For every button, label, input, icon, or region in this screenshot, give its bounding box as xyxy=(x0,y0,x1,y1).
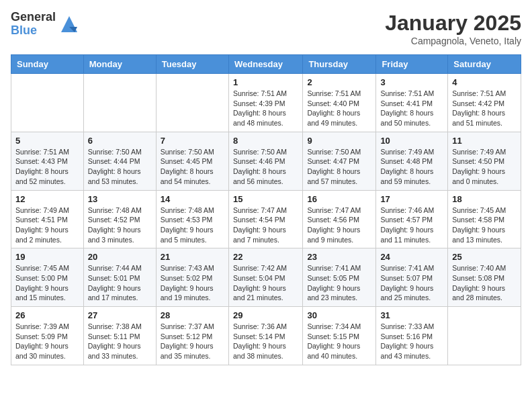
day-number: 17 xyxy=(380,194,443,204)
logo: General Blue xyxy=(11,11,80,38)
calendar-cell: 12Sunrise: 7:49 AM Sunset: 4:51 PM Dayli… xyxy=(11,190,84,248)
day-info: Sunrise: 7:41 AM Sunset: 5:07 PM Dayligh… xyxy=(380,263,443,303)
calendar-week-row: 26Sunrise: 7:39 AM Sunset: 5:09 PM Dayli… xyxy=(11,307,521,365)
day-info: Sunrise: 7:49 AM Sunset: 4:48 PM Dayligh… xyxy=(380,147,443,187)
calendar-cell xyxy=(448,307,521,365)
day-info: Sunrise: 7:45 AM Sunset: 4:58 PM Dayligh… xyxy=(452,205,517,245)
day-number: 27 xyxy=(88,310,152,320)
day-info: Sunrise: 7:41 AM Sunset: 5:05 PM Dayligh… xyxy=(307,263,371,303)
day-number: 29 xyxy=(233,310,298,320)
calendar-cell: 21Sunrise: 7:43 AM Sunset: 5:02 PM Dayli… xyxy=(156,248,228,307)
weekday-header-sunday: Sunday xyxy=(11,55,84,74)
day-info: Sunrise: 7:39 AM Sunset: 5:09 PM Dayligh… xyxy=(15,322,79,361)
calendar-cell: 18Sunrise: 7:45 AM Sunset: 4:58 PM Dayli… xyxy=(448,190,521,248)
day-info: Sunrise: 7:47 AM Sunset: 4:54 PM Dayligh… xyxy=(233,205,298,245)
logo-blue-text: Blue xyxy=(11,24,56,38)
day-number: 19 xyxy=(15,252,79,262)
calendar-cell: 5Sunrise: 7:51 AM Sunset: 4:43 PM Daylig… xyxy=(11,132,84,190)
calendar-cell xyxy=(83,74,156,132)
calendar-cell: 8Sunrise: 7:50 AM Sunset: 4:46 PM Daylig… xyxy=(228,132,302,190)
day-number: 18 xyxy=(452,194,517,204)
day-number: 23 xyxy=(307,252,371,262)
calendar-week-row: 1Sunrise: 7:51 AM Sunset: 4:39 PM Daylig… xyxy=(11,74,521,132)
day-info: Sunrise: 7:48 AM Sunset: 4:52 PM Dayligh… xyxy=(88,205,152,245)
day-info: Sunrise: 7:47 AM Sunset: 4:56 PM Dayligh… xyxy=(307,205,371,245)
calendar-cell: 26Sunrise: 7:39 AM Sunset: 5:09 PM Dayli… xyxy=(11,307,84,365)
day-number: 22 xyxy=(233,252,298,262)
calendar-cell: 30Sunrise: 7:34 AM Sunset: 5:15 PM Dayli… xyxy=(303,307,376,365)
calendar-cell: 31Sunrise: 7:33 AM Sunset: 5:16 PM Dayli… xyxy=(376,307,448,365)
day-number: 10 xyxy=(380,136,443,146)
calendar-table: SundayMondayTuesdayWednesdayThursdayFrid… xyxy=(11,54,521,365)
day-number: 8 xyxy=(233,136,298,146)
logo-general-text: General xyxy=(11,11,56,24)
day-info: Sunrise: 7:50 AM Sunset: 4:46 PM Dayligh… xyxy=(233,147,298,187)
day-info: Sunrise: 7:43 AM Sunset: 5:02 PM Dayligh… xyxy=(161,263,224,303)
weekday-header-thursday: Thursday xyxy=(303,55,376,74)
calendar-cell: 17Sunrise: 7:46 AM Sunset: 4:57 PM Dayli… xyxy=(376,190,448,248)
calendar-cell: 13Sunrise: 7:48 AM Sunset: 4:52 PM Dayli… xyxy=(83,190,156,248)
day-number: 12 xyxy=(15,194,79,204)
day-info: Sunrise: 7:50 AM Sunset: 4:47 PM Dayligh… xyxy=(307,147,371,187)
day-info: Sunrise: 7:51 AM Sunset: 4:41 PM Dayligh… xyxy=(380,89,443,128)
day-info: Sunrise: 7:36 AM Sunset: 5:14 PM Dayligh… xyxy=(233,322,298,361)
day-info: Sunrise: 7:37 AM Sunset: 5:12 PM Dayligh… xyxy=(161,322,224,361)
calendar-cell xyxy=(11,74,84,132)
day-info: Sunrise: 7:38 AM Sunset: 5:11 PM Dayligh… xyxy=(88,322,152,361)
day-info: Sunrise: 7:33 AM Sunset: 5:16 PM Dayligh… xyxy=(380,322,443,361)
calendar-cell: 9Sunrise: 7:50 AM Sunset: 4:47 PM Daylig… xyxy=(303,132,376,190)
day-number: 14 xyxy=(161,194,224,204)
weekday-header-monday: Monday xyxy=(83,55,156,74)
day-number: 16 xyxy=(307,194,371,204)
day-info: Sunrise: 7:49 AM Sunset: 4:50 PM Dayligh… xyxy=(452,147,517,187)
weekday-header-tuesday: Tuesday xyxy=(156,55,228,74)
calendar-cell: 19Sunrise: 7:45 AM Sunset: 5:00 PM Dayli… xyxy=(11,248,84,307)
day-info: Sunrise: 7:44 AM Sunset: 5:01 PM Dayligh… xyxy=(88,263,152,303)
calendar-cell: 7Sunrise: 7:50 AM Sunset: 4:45 PM Daylig… xyxy=(156,132,228,190)
day-number: 1 xyxy=(233,77,298,87)
day-number: 20 xyxy=(88,252,152,262)
calendar-cell: 29Sunrise: 7:36 AM Sunset: 5:14 PM Dayli… xyxy=(228,307,302,365)
calendar-cell: 15Sunrise: 7:47 AM Sunset: 4:54 PM Dayli… xyxy=(228,190,302,248)
day-info: Sunrise: 7:45 AM Sunset: 5:00 PM Dayligh… xyxy=(15,263,79,303)
calendar-cell: 27Sunrise: 7:38 AM Sunset: 5:11 PM Dayli… xyxy=(83,307,156,365)
calendar-cell: 16Sunrise: 7:47 AM Sunset: 4:56 PM Dayli… xyxy=(303,190,376,248)
calendar-cell: 1Sunrise: 7:51 AM Sunset: 4:39 PM Daylig… xyxy=(228,74,302,132)
day-number: 13 xyxy=(88,194,152,204)
day-number: 26 xyxy=(15,310,79,320)
day-info: Sunrise: 7:34 AM Sunset: 5:15 PM Dayligh… xyxy=(307,322,371,361)
calendar-cell: 14Sunrise: 7:48 AM Sunset: 4:53 PM Dayli… xyxy=(156,190,228,248)
calendar-cell: 3Sunrise: 7:51 AM Sunset: 4:41 PM Daylig… xyxy=(376,74,448,132)
weekday-header-saturday: Saturday xyxy=(448,55,521,74)
day-info: Sunrise: 7:51 AM Sunset: 4:42 PM Dayligh… xyxy=(452,89,517,128)
day-info: Sunrise: 7:40 AM Sunset: 5:08 PM Dayligh… xyxy=(452,263,517,303)
calendar-cell: 11Sunrise: 7:49 AM Sunset: 4:50 PM Dayli… xyxy=(448,132,521,190)
day-number: 30 xyxy=(307,310,371,320)
day-number: 5 xyxy=(15,136,79,146)
day-info: Sunrise: 7:46 AM Sunset: 4:57 PM Dayligh… xyxy=(380,205,443,245)
calendar-cell xyxy=(156,74,228,132)
calendar-week-row: 19Sunrise: 7:45 AM Sunset: 5:00 PM Dayli… xyxy=(11,248,521,307)
day-info: Sunrise: 7:42 AM Sunset: 5:04 PM Dayligh… xyxy=(233,263,298,303)
logo-icon xyxy=(58,13,80,35)
day-number: 31 xyxy=(380,310,443,320)
day-number: 24 xyxy=(380,252,443,262)
calendar-cell: 23Sunrise: 7:41 AM Sunset: 5:05 PM Dayli… xyxy=(303,248,376,307)
location-text: Campagnola, Veneto, Italy xyxy=(385,36,521,46)
day-number: 3 xyxy=(380,77,443,87)
day-number: 6 xyxy=(88,136,152,146)
day-number: 2 xyxy=(307,77,371,87)
day-info: Sunrise: 7:51 AM Sunset: 4:40 PM Dayligh… xyxy=(307,89,371,128)
weekday-header-friday: Friday xyxy=(376,55,448,74)
day-info: Sunrise: 7:51 AM Sunset: 4:39 PM Dayligh… xyxy=(233,89,298,128)
day-number: 9 xyxy=(307,136,371,146)
calendar-cell: 22Sunrise: 7:42 AM Sunset: 5:04 PM Dayli… xyxy=(228,248,302,307)
calendar-cell: 25Sunrise: 7:40 AM Sunset: 5:08 PM Dayli… xyxy=(448,248,521,307)
day-number: 4 xyxy=(452,77,517,87)
day-info: Sunrise: 7:48 AM Sunset: 4:53 PM Dayligh… xyxy=(161,205,224,245)
day-info: Sunrise: 7:50 AM Sunset: 4:45 PM Dayligh… xyxy=(161,147,224,187)
calendar-cell: 2Sunrise: 7:51 AM Sunset: 4:40 PM Daylig… xyxy=(303,74,376,132)
calendar-cell: 24Sunrise: 7:41 AM Sunset: 5:07 PM Dayli… xyxy=(376,248,448,307)
weekday-header-wednesday: Wednesday xyxy=(228,55,302,74)
weekday-header-row: SundayMondayTuesdayWednesdayThursdayFrid… xyxy=(11,55,521,74)
